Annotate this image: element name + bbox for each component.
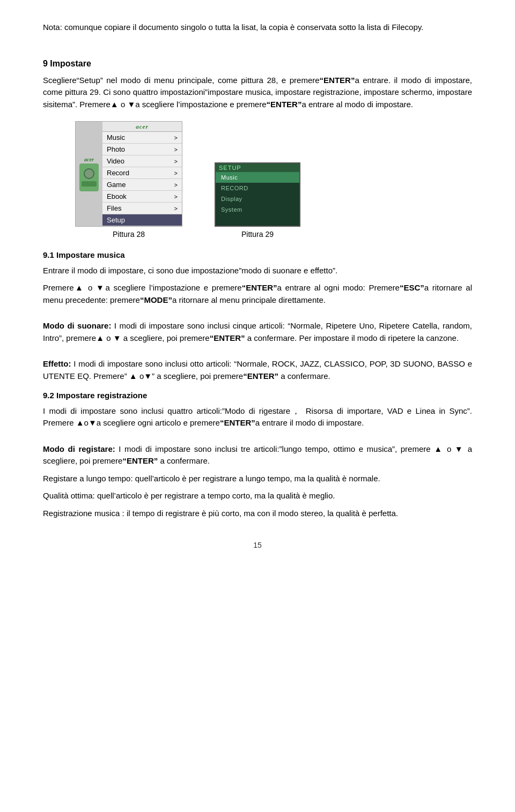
section9-heading: 9 Impostare <box>43 57 472 70</box>
menu-music: Music> <box>102 132 182 144</box>
reg1-text: Registare а lungo tempo: quell’articolo … <box>43 473 472 485</box>
menu-photo: Photo> <box>102 144 182 155</box>
device-menu: acer acer Music> Photo> <box>75 121 182 227</box>
section9-intro: Scegliere“Setup” nel modo di menu princi… <box>43 75 472 111</box>
page-number: 15 <box>43 541 472 549</box>
menu-video: Video> <box>102 155 182 167</box>
setup-display: Display <box>216 193 299 204</box>
images-row: acer acer Music> Photo> <box>75 121 472 239</box>
pittura28-block: acer acer Music> Photo> <box>75 121 182 239</box>
acer-logo-bar: acer <box>102 122 182 132</box>
setup-record: RECORD <box>216 183 299 193</box>
modo-suonare-para: Modo di suonare: I modi di impostare son… <box>43 320 472 344</box>
subsection92-text1: I modi di impostare sono inclusi quattro… <box>43 405 472 429</box>
menu-col: acer Music> Photo> Video> Record> Game> <box>102 122 182 226</box>
pittura29-caption: Pittura 29 <box>241 230 274 239</box>
menu-record: Record> <box>102 167 182 179</box>
subsection91-text1: Entrare il modo di impostare, ci sono du… <box>43 265 472 277</box>
subsection92-heading: 9.2 Impostare registrazione <box>43 390 472 402</box>
note-text: Nota: comunque copiare il documento sing… <box>43 21 472 34</box>
page-content: Nota: comunque copiare il documento sing… <box>43 21 472 549</box>
effetto-para: Effetto: I modi di impostare sono inclus… <box>43 358 472 382</box>
setup-title-bar: SETUP <box>216 163 299 172</box>
setup-system: System <box>216 204 299 215</box>
menu-files: Files> <box>102 203 182 214</box>
menu-ebook: Ebook> <box>102 191 182 203</box>
setup-music: Music <box>216 172 299 183</box>
menu-game: Game> <box>102 179 182 191</box>
menu-setup: Setup <box>102 214 182 226</box>
pittura29-block: SETUP Music RECORD Display System Pittur… <box>215 162 300 239</box>
pittura28-caption: Pittura 28 <box>113 230 145 239</box>
reg3-text: Registrazione musica : il tempo di regis… <box>43 508 472 520</box>
device-icon-col: acer <box>76 122 102 226</box>
reg2-text: Qualità ottima: quell’articolo è per reg… <box>43 490 472 502</box>
setup-screen: SETUP Music RECORD Display System <box>215 162 300 227</box>
subsection91-heading: 9.1 Impostare musica <box>43 249 472 262</box>
subsection91-text2: Premere▲ o ▼а scegliere l’impostazione e… <box>43 282 472 306</box>
modo-registare-para: Modo di registare: I modi di impostare s… <box>43 443 472 467</box>
